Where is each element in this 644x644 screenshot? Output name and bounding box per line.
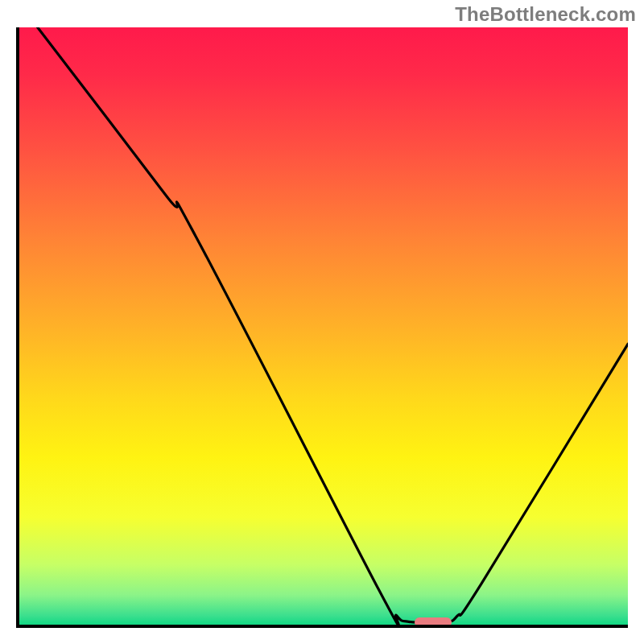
chart-container: TheBottleneck.com <box>0 0 644 644</box>
watermark-text: TheBottleneck.com <box>455 3 636 26</box>
gradient-fill <box>19 27 628 625</box>
plot-frame <box>16 27 628 628</box>
optimal-marker <box>415 617 451 627</box>
plot-svg <box>19 27 628 625</box>
